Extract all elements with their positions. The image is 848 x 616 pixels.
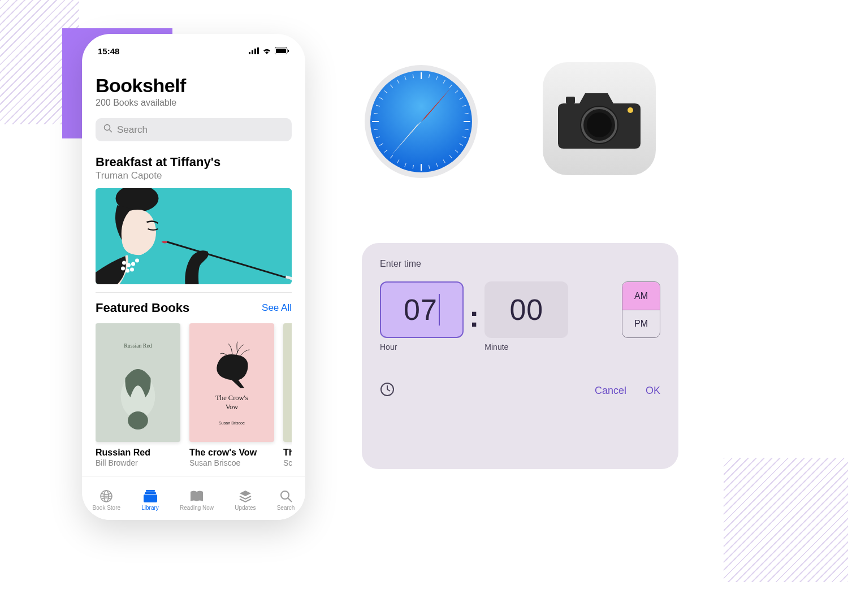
phone-mockup: 15:48 Bookshelf 200 Books available Sear… <box>82 34 305 520</box>
camera-app-icon[interactable] <box>543 62 656 175</box>
book-item[interactable]: The Crow's Vow Susan Briscoe The crow's … <box>189 323 274 467</box>
book-cover: The Crow's Vow Susan Briscoe <box>189 323 274 442</box>
layers-icon <box>238 489 253 504</box>
svg-rect-35 <box>145 492 156 494</box>
tab-library[interactable]: Library <box>141 489 159 511</box>
ampm-toggle: AM PM <box>622 281 660 338</box>
tab-reading-now[interactable]: Reading Now <box>180 489 214 511</box>
decorative-stripes-bottom-right <box>724 458 848 582</box>
search-icon <box>103 124 113 136</box>
book-author: Scott Fit <box>283 458 292 467</box>
svg-rect-24 <box>194 329 270 436</box>
svg-text:Vow: Vow <box>226 403 239 411</box>
battery-icon <box>275 46 289 56</box>
svg-point-23 <box>128 411 148 430</box>
status-bar: 15:48 <box>82 44 305 58</box>
svg-rect-6 <box>288 50 289 52</box>
am-option[interactable]: AM <box>622 282 660 310</box>
book-author: Bill Browder <box>96 458 180 467</box>
svg-rect-0 <box>249 52 250 54</box>
time-picker-dialog: Enter time 07 Hour : 00 Minute AM PM Can… <box>362 243 678 469</box>
book-item[interactable]: Russian Red Russian Red Bill Browder <box>96 323 180 467</box>
minute-value: 00 <box>509 293 543 327</box>
svg-rect-2 <box>254 49 256 54</box>
cellular-signal-icon <box>249 46 259 56</box>
svg-point-13 <box>131 262 135 266</box>
svg-text:Russian Red: Russian Red <box>124 342 152 349</box>
search-icon <box>279 489 293 504</box>
tab-book-store[interactable]: Book Store <box>93 489 120 511</box>
svg-point-14 <box>135 259 139 263</box>
svg-point-16 <box>126 269 129 273</box>
featured-books-row[interactable]: Russian Red Russian Red Bill Browder <box>96 323 292 467</box>
tab-label: Reading Now <box>180 505 214 511</box>
book-cover: THE <box>283 323 292 442</box>
book-open-icon <box>189 489 204 504</box>
wifi-icon <box>262 46 271 56</box>
svg-point-7 <box>105 125 110 131</box>
tab-label: Library <box>141 505 159 511</box>
book-author: Susan Briscoe <box>189 458 274 467</box>
tab-bar: Book Store Library Reading Now Updates S… <box>82 476 305 520</box>
svg-point-85 <box>628 107 633 113</box>
section-title-featured: Featured Books <box>96 301 189 315</box>
svg-point-17 <box>130 268 134 272</box>
book-title: The Gr <box>283 448 292 458</box>
see-all-link[interactable]: See All <box>262 302 292 314</box>
library-icon <box>143 489 158 504</box>
svg-line-8 <box>110 130 113 133</box>
svg-line-88 <box>387 389 390 391</box>
svg-point-11 <box>122 261 126 265</box>
svg-rect-36 <box>146 490 155 492</box>
book-title: The crow's Vow <box>189 448 274 458</box>
svg-point-84 <box>587 112 612 137</box>
pm-option[interactable]: PM <box>622 310 660 337</box>
tab-label: Book Store <box>93 505 120 511</box>
book-title: Russian Red <box>96 448 180 458</box>
tab-label: Updates <box>235 505 256 511</box>
hero-book-title: Breakfast at Tiffany's <box>96 155 292 170</box>
minute-label: Minute <box>484 342 568 352</box>
hour-label: Hour <box>380 342 464 352</box>
svg-rect-3 <box>257 47 259 54</box>
svg-point-15 <box>121 267 125 271</box>
svg-rect-1 <box>252 50 253 54</box>
text-cursor <box>439 294 440 326</box>
hour-input[interactable]: 07 <box>380 281 464 338</box>
divider <box>96 292 292 293</box>
svg-line-38 <box>288 498 292 502</box>
svg-point-12 <box>127 263 131 267</box>
svg-rect-34 <box>144 494 157 502</box>
ok-button[interactable]: OK <box>646 385 660 397</box>
svg-point-37 <box>281 491 289 499</box>
safari-app-icon[interactable] <box>362 62 481 181</box>
tab-label: Search <box>277 505 295 511</box>
page-title: Bookshelf <box>96 75 292 97</box>
search-input[interactable]: Search <box>96 118 292 141</box>
book-cover: Russian Red <box>96 323 180 442</box>
book-item[interactable]: THE The Gr Scott Fit <box>283 323 292 467</box>
search-placeholder: Search <box>117 124 148 136</box>
minute-input[interactable]: 00 <box>484 281 568 338</box>
globe-icon <box>99 489 114 504</box>
hero-book-image[interactable] <box>96 188 292 284</box>
tab-updates[interactable]: Updates <box>235 489 256 511</box>
time-colon: : <box>469 288 479 345</box>
page-subtitle: 200 Books available <box>96 98 292 108</box>
clock-icon[interactable] <box>380 382 395 399</box>
svg-text:Susan Briscoe: Susan Briscoe <box>219 421 245 426</box>
svg-rect-81 <box>566 97 575 103</box>
status-icons <box>249 46 289 56</box>
cancel-button[interactable]: Cancel <box>595 385 626 397</box>
hero-book-author: Truman Capote <box>96 170 292 181</box>
time-picker-label: Enter time <box>380 259 660 269</box>
svg-rect-5 <box>276 49 286 53</box>
svg-rect-28 <box>288 329 292 436</box>
hour-value: 07 <box>404 293 438 327</box>
svg-text:The Crow's: The Crow's <box>215 394 248 402</box>
tab-search[interactable]: Search <box>277 489 295 511</box>
status-time: 15:48 <box>98 46 119 56</box>
